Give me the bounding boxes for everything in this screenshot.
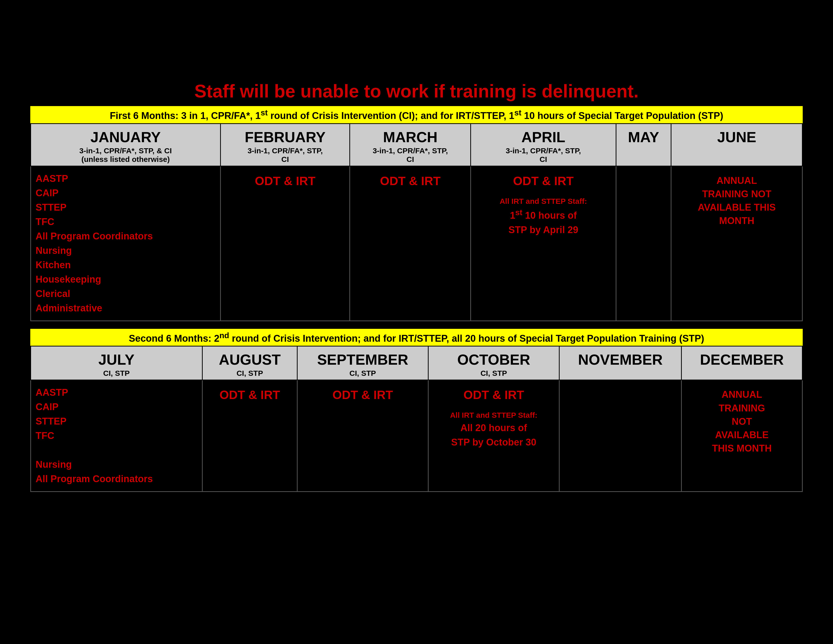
jan-cell: AASTPCAIPSTTEPTFCAll Program Coordinator… — [31, 166, 220, 321]
first-half-table: JANUARY 3-in-1, CPR/FA*, STP, & CI(unles… — [30, 123, 803, 321]
second-half-table: JULY CI, STP AUGUST CI, STP SEPTEMBER CI… — [30, 346, 803, 492]
jun-annual: ANNUALTRAINING NOTAVAILABLE THISMONTH — [676, 171, 798, 228]
month-sep-header: SEPTEMBER CI, STP — [298, 346, 428, 380]
month-nov-header: NOVEMBER — [560, 346, 681, 380]
apr-stp-note: All IRT and STTEP Staff: 1st 10 hours of… — [476, 195, 611, 237]
jun-cell: ANNUALTRAINING NOTAVAILABLE THISMONTH — [671, 166, 802, 321]
first-half-note: First 6 Months: 3 in 1, CPR/FA*, 1st rou… — [30, 106, 803, 123]
month-jan-header: JANUARY 3-in-1, CPR/FA*, STP, & CI(unles… — [31, 124, 220, 166]
month-aug-header: AUGUST CI, STP — [202, 346, 298, 380]
month-oct-header: OCTOBER CI, STP — [428, 346, 560, 380]
dec-cell: ANNUALTRAININGNOTAVAILABLETHIS MONTH — [681, 380, 802, 492]
mar-cell: ODT & IRT — [350, 166, 471, 321]
second-half-header-row: JULY CI, STP AUGUST CI, STP SEPTEMBER CI… — [31, 346, 802, 380]
month-jun-header: JUNE — [671, 124, 802, 166]
page-title: Staff will be unable to work if training… — [195, 81, 638, 101]
aug-cell: ODT & IRT — [202, 380, 298, 492]
oct-odt-irt: ODT & IRT — [433, 385, 555, 402]
oct-cell: ODT & IRT All IRT and STTEP Staff: All 2… — [428, 380, 560, 492]
dec-annual: ANNUALTRAININGNOTAVAILABLETHIS MONTH — [686, 385, 798, 455]
apr-odt-irt: ODT & IRT — [476, 171, 611, 188]
month-feb-header: FEBRUARY 3-in-1, CPR/FA*, STP,CI — [220, 124, 350, 166]
aug-odt-irt: ODT & IRT — [207, 385, 293, 402]
jul-cell: AASTPCAIPSTTEPTFCNursingAll Program Coor… — [31, 380, 203, 492]
second-half-data-row: AASTPCAIPSTTEPTFCNursingAll Program Coor… — [31, 380, 802, 492]
sep-cell: ODT & IRT — [298, 380, 428, 492]
oct-stp-note: All IRT and STTEP Staff: All 20 hours of… — [433, 409, 555, 449]
sep-odt-irt: ODT & IRT — [302, 385, 423, 402]
jan-program-list: AASTPCAIPSTTEPTFCAll Program Coordinator… — [35, 171, 215, 316]
page: Staff will be unable to work if training… — [0, 0, 833, 644]
may-cell — [616, 166, 671, 321]
first-half-header-row: JANUARY 3-in-1, CPR/FA*, STP, & CI(unles… — [31, 124, 802, 166]
month-dec-header: DECEMBER — [681, 346, 802, 380]
month-apr-header: APRIL 3-in-1, CPR/FA*, STP,CI — [471, 124, 616, 166]
first-half-data-row: AASTPCAIPSTTEPTFCAll Program Coordinator… — [31, 166, 802, 321]
mar-odt-irt: ODT & IRT — [355, 171, 466, 188]
apr-cell: ODT & IRT All IRT and STTEP Staff: 1st 1… — [471, 166, 616, 321]
feb-odt-irt: ODT & IRT — [225, 171, 345, 188]
nov-cell — [560, 380, 681, 492]
second-half-note: Second 6 Months: 2nd round of Crisis Int… — [30, 329, 803, 346]
feb-cell: ODT & IRT — [220, 166, 350, 321]
jul-program-list: AASTPCAIPSTTEPTFCNursingAll Program Coor… — [35, 385, 198, 486]
month-mar-header: MARCH 3-in-1, CPR/FA*, STP,CI — [350, 124, 471, 166]
month-may-header: MAY — [616, 124, 671, 166]
month-jul-header: JULY CI, STP — [31, 346, 203, 380]
